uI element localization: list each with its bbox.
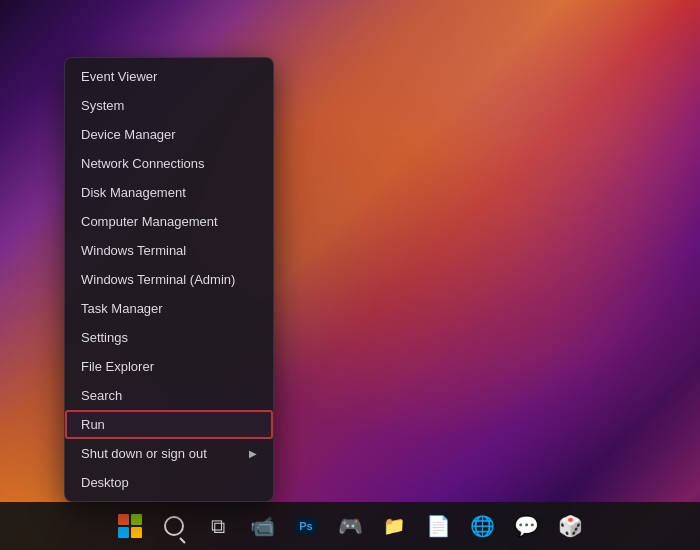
photoshop-icon: Ps <box>295 518 316 534</box>
menu-item-settings[interactable]: Settings <box>65 323 273 352</box>
menu-item-label-network-connections: Network Connections <box>81 156 205 171</box>
menu-item-label-run: Run <box>81 417 105 432</box>
search-icon <box>164 516 184 536</box>
taskbar: ⧉ 📹 Ps 🎮 📁 📄 🌐 💬 🎲 <box>0 502 700 550</box>
menu-item-file-explorer[interactable]: File Explorer <box>65 352 273 381</box>
menu-item-windows-terminal[interactable]: Windows Terminal <box>65 236 273 265</box>
menu-item-system[interactable]: System <box>65 91 273 120</box>
menu-item-label-search: Search <box>81 388 122 403</box>
context-menu: Event ViewerSystemDevice ManagerNetwork … <box>64 57 274 502</box>
menu-item-event-viewer[interactable]: Event Viewer <box>65 62 273 91</box>
menu-item-label-task-manager: Task Manager <box>81 301 163 316</box>
menu-item-windows-terminal-admin[interactable]: Windows Terminal (Admin) <box>65 265 273 294</box>
start-button[interactable] <box>110 506 150 546</box>
menu-item-label-desktop: Desktop <box>81 475 129 490</box>
menu-item-label-system: System <box>81 98 124 113</box>
chrome-icon: 🌐 <box>470 516 495 536</box>
menu-item-label-device-manager: Device Manager <box>81 127 176 142</box>
menu-item-label-event-viewer: Event Viewer <box>81 69 157 84</box>
menu-item-search[interactable]: Search <box>65 381 273 410</box>
submenu-arrow-icon: ▶ <box>249 448 257 459</box>
photoshop-button[interactable]: Ps <box>286 506 326 546</box>
video-call-button[interactable]: 📹 <box>242 506 282 546</box>
video-call-icon: 📹 <box>250 516 275 536</box>
windows-logo-icon <box>118 514 142 538</box>
menu-item-label-windows-terminal-admin: Windows Terminal (Admin) <box>81 272 235 287</box>
menu-item-task-manager[interactable]: Task Manager <box>65 294 273 323</box>
taskbar-search-button[interactable] <box>154 506 194 546</box>
menu-item-label-settings: Settings <box>81 330 128 345</box>
menu-item-device-manager[interactable]: Device Manager <box>65 120 273 149</box>
steam-button[interactable]: 🎲 <box>550 506 590 546</box>
menu-item-label-computer-management: Computer Management <box>81 214 218 229</box>
menu-item-disk-management[interactable]: Disk Management <box>65 178 273 207</box>
task-view-icon: ⧉ <box>211 516 225 536</box>
task-view-button[interactable]: ⧉ <box>198 506 238 546</box>
menu-item-computer-management[interactable]: Computer Management <box>65 207 273 236</box>
menu-item-network-connections[interactable]: Network Connections <box>65 149 273 178</box>
menu-item-label-disk-management: Disk Management <box>81 185 186 200</box>
steam-icon: 🎲 <box>558 516 583 536</box>
file-explorer-button[interactable]: 📁 <box>374 506 414 546</box>
roblox-button[interactable]: 🎮 <box>330 506 370 546</box>
discord-button[interactable]: 💬 <box>506 506 546 546</box>
notepad-icon: 📄 <box>426 516 451 536</box>
notepad-button[interactable]: 📄 <box>418 506 458 546</box>
menu-item-desktop[interactable]: Desktop <box>65 468 273 497</box>
chrome-button[interactable]: 🌐 <box>462 506 502 546</box>
menu-item-shut-down[interactable]: Shut down or sign out▶ <box>65 439 273 468</box>
menu-item-label-file-explorer: File Explorer <box>81 359 154 374</box>
menu-item-label-shut-down: Shut down or sign out <box>81 446 207 461</box>
menu-item-run[interactable]: Run <box>65 410 273 439</box>
menu-item-label-windows-terminal: Windows Terminal <box>81 243 186 258</box>
roblox-icon: 🎮 <box>338 516 363 536</box>
discord-icon: 💬 <box>514 516 539 536</box>
file-explorer-icon: 📁 <box>383 517 405 535</box>
